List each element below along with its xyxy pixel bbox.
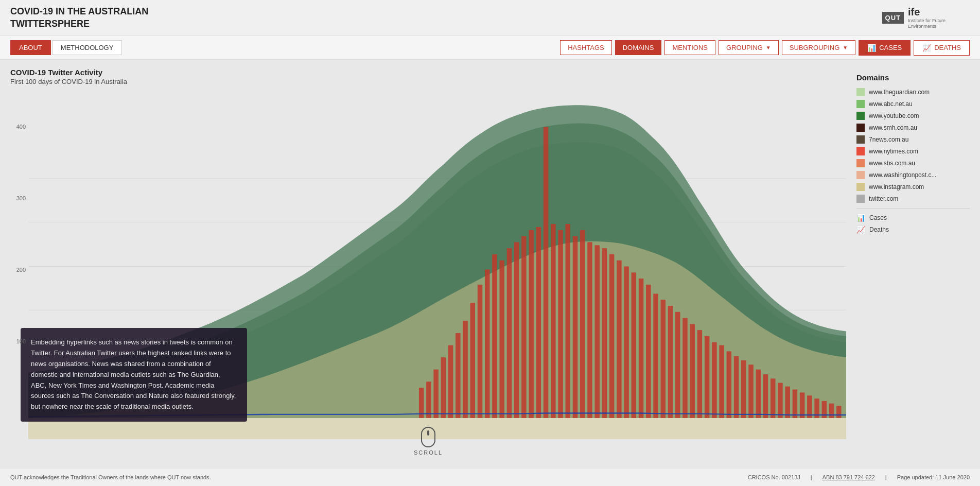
mentions-button[interactable]: MENTIONS xyxy=(664,40,715,55)
legend-item-2: www.youtube.com xyxy=(856,112,970,120)
svg-rect-23 xyxy=(544,127,548,418)
cases-bar-icon: 📊 xyxy=(856,214,865,222)
legend-item-1: www.abc.net.au xyxy=(856,100,970,108)
tooltip-text: Embedding hyperlinks such as news storie… xyxy=(31,338,236,410)
svg-rect-10 xyxy=(448,345,453,418)
svg-rect-46 xyxy=(712,342,716,418)
y-label-400: 400 xyxy=(16,124,26,130)
hashtags-button[interactable]: HASHTAGS xyxy=(560,40,612,55)
svg-rect-48 xyxy=(727,351,731,418)
svg-rect-39 xyxy=(661,300,666,418)
svg-rect-24 xyxy=(551,224,555,418)
legend-deaths-item: 📈 Deaths xyxy=(856,225,970,234)
legend-color-4 xyxy=(856,135,865,144)
svg-rect-37 xyxy=(646,285,651,418)
legend-deaths-label: Deaths xyxy=(869,226,889,233)
svg-rect-51 xyxy=(748,364,753,418)
svg-rect-42 xyxy=(682,318,687,418)
legend-label-3: www.smh.com.au xyxy=(869,124,917,131)
legend-label-5: www.nytimes.com xyxy=(869,148,918,155)
svg-rect-57 xyxy=(793,390,797,418)
svg-rect-35 xyxy=(632,272,636,418)
legend-cases-label: Cases xyxy=(869,214,887,221)
deaths-button[interactable]: 📈 DEATHS xyxy=(914,40,970,56)
legend-item-4: 7news.com.au xyxy=(856,135,970,144)
svg-rect-33 xyxy=(617,261,621,418)
legend-label-0: www.theguardian.com xyxy=(869,89,930,96)
y-label-200: 200 xyxy=(16,267,26,273)
cases-button[interactable]: 📊 CASES xyxy=(859,40,911,56)
footer: QUT acknowledges the Traditional Owners … xyxy=(0,468,980,486)
legend-label-4: 7news.com.au xyxy=(869,136,908,143)
subgrouping-chevron-icon: ▼ xyxy=(843,45,848,50)
scroll-indicator: SCROLL xyxy=(414,424,443,456)
legend-item-6: www.sbs.com.au xyxy=(856,159,970,167)
scroll-mouse-icon xyxy=(421,427,435,447)
site-title: COVID-19 IN THE AUSTRALIAN TWITTERSPHERE xyxy=(10,6,148,30)
grouping-chevron-icon: ▼ xyxy=(766,45,771,50)
nav-right-group: HASHTAGS DOMAINS MENTIONS GROUPING ▼ SUB… xyxy=(560,40,970,56)
footer-left-text: QUT acknowledges the Traditional Owners … xyxy=(10,474,211,480)
svg-rect-56 xyxy=(785,387,790,418)
y-label-100: 100 xyxy=(16,338,26,344)
about-button[interactable]: ABOUT xyxy=(10,40,51,55)
legend-item-9: twitter.com xyxy=(856,195,970,203)
svg-rect-29 xyxy=(587,242,592,418)
svg-rect-58 xyxy=(800,392,804,418)
legend-color-2 xyxy=(856,112,865,120)
legend-color-7 xyxy=(856,171,865,179)
svg-rect-49 xyxy=(734,356,739,418)
subgrouping-button[interactable]: SUBGROUPING ▼ xyxy=(782,40,855,55)
legend-title: Domains xyxy=(856,73,970,82)
legend-color-1 xyxy=(856,100,865,108)
svg-rect-17 xyxy=(499,261,504,418)
chart-wrapper: 400 300 200 100 xyxy=(10,91,846,463)
legend-divider xyxy=(856,208,970,209)
nav-left-group: ABOUT METHODOLOGY xyxy=(10,40,122,55)
svg-rect-63 xyxy=(836,406,841,418)
y-label-300: 300 xyxy=(16,195,26,201)
svg-rect-40 xyxy=(668,306,673,418)
svg-rect-31 xyxy=(602,248,607,418)
legend-color-6 xyxy=(856,159,865,167)
svg-rect-30 xyxy=(594,245,599,418)
svg-rect-50 xyxy=(741,360,746,418)
logo: QUT ife Institute for Future Environment… xyxy=(882,6,970,29)
svg-rect-55 xyxy=(778,383,782,418)
svg-rect-19 xyxy=(514,242,519,418)
legend-color-0 xyxy=(856,88,865,96)
svg-rect-53 xyxy=(763,374,768,418)
domains-button[interactable]: DOMAINS xyxy=(615,40,662,55)
footer-abn-link[interactable]: ABN 83 791 724 622 xyxy=(822,474,875,480)
svg-rect-25 xyxy=(558,230,563,418)
legend-item-7: www.washingtonpost.c... xyxy=(856,171,970,179)
svg-rect-28 xyxy=(580,230,585,418)
legend-label-1: www.abc.net.au xyxy=(869,100,913,108)
svg-rect-21 xyxy=(529,230,533,418)
legend-color-9 xyxy=(856,195,865,203)
legend-label-7: www.washingtonpost.c... xyxy=(869,171,936,179)
svg-rect-15 xyxy=(485,269,489,418)
chart-title: COVID-19 Twitter Activity xyxy=(10,68,846,77)
svg-rect-44 xyxy=(697,330,702,418)
header: COVID-19 IN THE AUSTRALIAN TWITTERSPHERE… xyxy=(0,0,980,36)
methodology-button[interactable]: METHODOLOGY xyxy=(52,40,122,55)
footer-separator-2: | xyxy=(885,474,887,480)
svg-rect-9 xyxy=(441,357,446,418)
svg-rect-8 xyxy=(433,370,438,418)
footer-separator-1: | xyxy=(811,474,812,480)
chart-subtitle: First 100 days of COVID-19 in Australia xyxy=(10,78,846,85)
legend-color-5 xyxy=(856,147,865,155)
svg-rect-36 xyxy=(639,279,643,418)
svg-rect-32 xyxy=(609,254,614,418)
deaths-line-icon: 📈 xyxy=(856,225,865,234)
navbar: ABOUT METHODOLOGY HASHTAGS DOMAINS MENTI… xyxy=(0,36,980,60)
legend-label-6: www.sbs.com.au xyxy=(869,160,915,167)
svg-rect-11 xyxy=(456,333,460,418)
legend-area: Domains www.theguardian.com www.abc.net.… xyxy=(856,68,970,463)
grouping-button[interactable]: GROUPING ▼ xyxy=(719,40,779,55)
bar-chart-icon: 📊 xyxy=(867,44,876,52)
svg-rect-47 xyxy=(719,345,724,418)
svg-rect-45 xyxy=(705,336,709,418)
svg-rect-52 xyxy=(756,370,760,418)
